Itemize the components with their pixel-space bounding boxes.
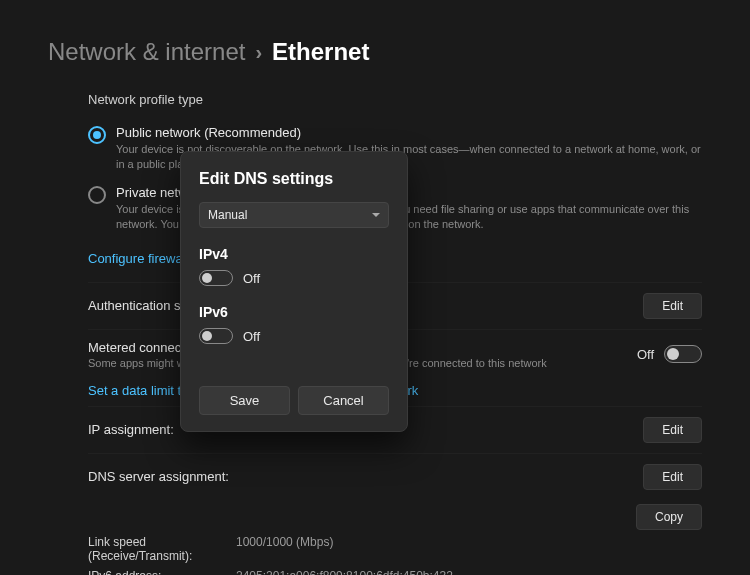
ipv4-toggle[interactable] bbox=[199, 270, 233, 286]
radio-label: Public network (Recommended) bbox=[116, 125, 702, 140]
ipv6-header: IPv6 bbox=[199, 304, 389, 320]
toggle-state: Off bbox=[243, 271, 260, 286]
ipv4-header: IPv4 bbox=[199, 246, 389, 262]
radio-icon[interactable] bbox=[88, 186, 106, 204]
breadcrumb-parent[interactable]: Network & internet bbox=[48, 38, 245, 66]
setting-label: DNS server assignment: bbox=[88, 469, 229, 484]
info-link-speed: Link speed (Receive/Transmit): 1000/1000… bbox=[88, 532, 702, 566]
row-dns-assignment: DNS server assignment: Edit bbox=[88, 453, 702, 500]
cancel-button[interactable]: Cancel bbox=[298, 386, 389, 415]
edit-button[interactable]: Edit bbox=[643, 464, 702, 490]
edit-button[interactable]: Edit bbox=[643, 417, 702, 443]
section-header-profile: Network profile type bbox=[88, 86, 702, 119]
save-button[interactable]: Save bbox=[199, 386, 290, 415]
edit-button[interactable]: Edit bbox=[643, 293, 702, 319]
ipv6-toggle[interactable] bbox=[199, 328, 233, 344]
info-ipv6-address: IPv6 address: 2405:201:a006:f809:8100:6d… bbox=[88, 566, 702, 575]
toggle-state: Off bbox=[637, 347, 654, 362]
toggle-state: Off bbox=[243, 329, 260, 344]
breadcrumb: Network & internet › Ethernet bbox=[0, 0, 750, 86]
edit-dns-modal: Edit DNS settings Manual IPv4 Off IPv6 O… bbox=[180, 151, 408, 432]
dns-mode-select[interactable]: Manual bbox=[199, 202, 389, 228]
setting-label: IP assignment: bbox=[88, 422, 174, 437]
modal-title: Edit DNS settings bbox=[199, 170, 389, 188]
copy-button[interactable]: Copy bbox=[636, 504, 702, 530]
metered-toggle[interactable] bbox=[664, 345, 702, 363]
breadcrumb-current: Ethernet bbox=[272, 38, 369, 66]
chevron-right-icon: › bbox=[255, 41, 262, 64]
radio-icon[interactable] bbox=[88, 126, 106, 144]
select-value: Manual bbox=[208, 208, 247, 222]
chevron-down-icon bbox=[372, 213, 380, 217]
